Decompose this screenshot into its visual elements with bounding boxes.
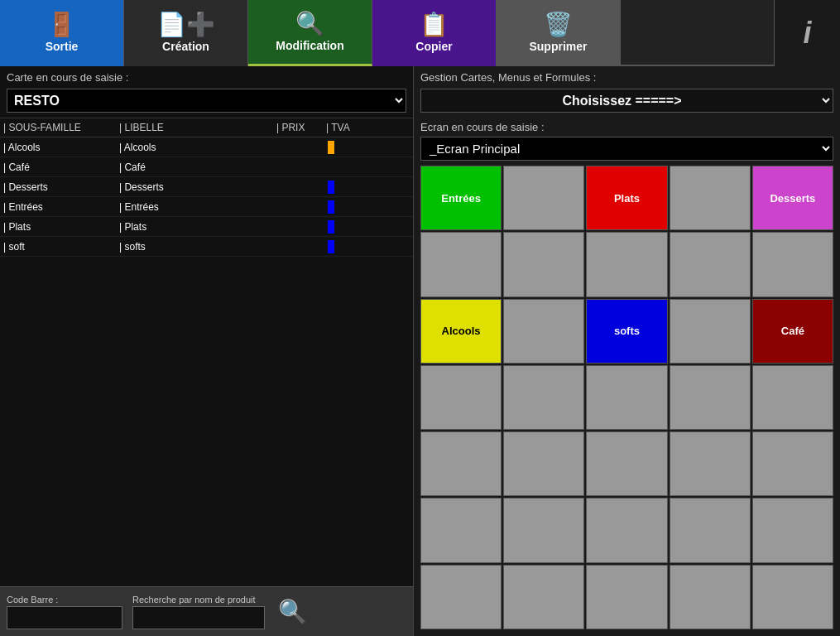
th-libelle: | LIBELLE bbox=[116, 120, 273, 135]
grid-cell[interactable]: softs bbox=[586, 299, 667, 364]
table-row[interactable]: | soft | softs bbox=[0, 237, 413, 257]
copier-button[interactable]: 📋 Copier bbox=[372, 0, 497, 66]
grid-cell bbox=[670, 431, 751, 496]
grid-cell-label: Desserts bbox=[770, 192, 815, 205]
grid-cell-label: Plats bbox=[614, 192, 640, 205]
grid-cell bbox=[420, 232, 502, 296]
td-libelle: | Café bbox=[116, 161, 273, 173]
grid-cell bbox=[503, 299, 584, 364]
grid-cell[interactable]: Desserts bbox=[752, 166, 833, 230]
grid-cell[interactable]: Entrées bbox=[420, 166, 502, 230]
code-barre-field: Code Barre : bbox=[7, 595, 122, 629]
ecran-select[interactable]: _Ecran Principal bbox=[420, 137, 833, 161]
th-sous-famille: | SOUS-FAMILLE bbox=[0, 120, 116, 135]
supprimer-button[interactable]: 🗑️ Supprimer bbox=[497, 0, 621, 66]
button-grid: EntréesPlatsDessertsAlcoolssoftsCafé bbox=[414, 164, 840, 636]
grid-cell bbox=[670, 498, 751, 562]
grid-cell[interactable]: Alcools bbox=[420, 299, 502, 364]
td-sous-famille: | Entrées bbox=[0, 201, 116, 213]
choisissez-wrap: Choisissez =====> bbox=[414, 89, 840, 118]
info-button[interactable]: i bbox=[774, 0, 840, 66]
creation-button[interactable]: 📄➕ Création bbox=[124, 0, 248, 66]
sortie-label: Sortie bbox=[46, 40, 79, 53]
recherche-field: Recherche par nom de produit bbox=[132, 595, 265, 629]
copier-label: Copier bbox=[415, 40, 452, 53]
grid-cell[interactable]: Plats bbox=[586, 166, 667, 230]
td-libelle: | Desserts bbox=[116, 181, 273, 193]
grid-cell bbox=[752, 565, 833, 629]
tva-color-dot bbox=[328, 181, 334, 194]
td-sous-famille: | Alcools bbox=[0, 142, 116, 153]
carte-select[interactable]: RESTO bbox=[7, 89, 406, 113]
table-row[interactable]: | Plats | Plats bbox=[0, 217, 413, 237]
tva-color-dot bbox=[328, 220, 334, 234]
search-button[interactable]: 🔍 bbox=[278, 598, 307, 625]
td-libelle: | Alcools bbox=[116, 142, 273, 153]
modification-button[interactable]: 🔍 Modification bbox=[248, 0, 372, 66]
sortie-button[interactable]: 🚪 Sortie bbox=[0, 0, 124, 66]
grid-cell bbox=[670, 365, 751, 430]
grid-cell bbox=[503, 498, 584, 562]
code-barre-label: Code Barre : bbox=[7, 595, 122, 605]
td-sous-famille: | Café bbox=[0, 161, 116, 173]
supprimer-icon: 🗑️ bbox=[544, 13, 573, 36]
grid-cell bbox=[420, 565, 502, 629]
grid-cell-label: softs bbox=[614, 325, 640, 337]
grid-cell[interactable]: Café bbox=[752, 299, 833, 364]
creation-label: Création bbox=[162, 40, 209, 53]
grid-cell bbox=[586, 498, 667, 562]
left-spacer bbox=[0, 362, 413, 586]
grid-cell-label: Café bbox=[781, 325, 804, 337]
td-libelle: | softs bbox=[116, 241, 273, 253]
ecran-wrap: _Ecran Principal bbox=[414, 137, 840, 164]
grid-cell bbox=[670, 232, 751, 296]
grid-cell bbox=[752, 498, 833, 562]
td-sous-famille: | soft bbox=[0, 241, 116, 253]
table-row[interactable]: | Alcools | Alcools bbox=[0, 137, 413, 157]
modification-icon: 🔍 bbox=[295, 12, 324, 36]
grid-cell bbox=[752, 431, 833, 496]
tva-color-dot bbox=[328, 200, 334, 214]
modification-label: Modification bbox=[276, 39, 343, 52]
td-tva bbox=[323, 240, 372, 253]
table-row[interactable]: | Entrées | Entrées bbox=[0, 197, 413, 217]
creation-icon: 📄➕ bbox=[157, 13, 215, 36]
grid-cell bbox=[586, 232, 667, 296]
grid-cell bbox=[752, 365, 833, 430]
td-tva bbox=[323, 220, 372, 234]
carte-en-cours-label: Carte en cours de saisie : bbox=[0, 66, 413, 89]
grid-cell bbox=[670, 166, 751, 230]
table-header: | SOUS-FAMILLE | LIBELLE | PRIX | TVA bbox=[0, 118, 413, 137]
grid-cell bbox=[420, 365, 502, 430]
supprimer-label: Supprimer bbox=[529, 40, 587, 53]
table-row[interactable]: | Desserts | Desserts bbox=[0, 177, 413, 197]
recherche-input[interactable] bbox=[132, 606, 265, 629]
td-tva bbox=[323, 141, 372, 154]
grid-cell bbox=[503, 565, 584, 629]
grid-cell bbox=[420, 431, 502, 496]
grid-cell bbox=[586, 431, 667, 496]
copier-icon: 📋 bbox=[420, 13, 449, 36]
left-panel: Carte en cours de saisie : RESTO | SOUS-… bbox=[0, 66, 414, 636]
choisissez-select[interactable]: Choisissez =====> bbox=[420, 89, 833, 113]
td-sous-famille: | Desserts bbox=[0, 181, 116, 193]
table-row[interactable]: | Café | Café bbox=[0, 157, 413, 177]
td-libelle: | Entrées bbox=[116, 201, 273, 213]
grid-cell bbox=[670, 299, 751, 364]
grid-cell bbox=[503, 365, 584, 430]
grid-cell bbox=[670, 565, 751, 629]
search-icon: 🔍 bbox=[278, 599, 307, 624]
info-label: i bbox=[803, 16, 811, 51]
code-barre-input[interactable] bbox=[7, 606, 122, 629]
bottom-bar: Code Barre : Recherche par nom de produi… bbox=[0, 586, 413, 636]
main-layout: Carte en cours de saisie : RESTO | SOUS-… bbox=[0, 66, 840, 636]
td-tva bbox=[323, 200, 372, 214]
grid-cell bbox=[752, 232, 833, 296]
toolbar: 🚪 Sortie 📄➕ Création 🔍 Modification 📋 Co… bbox=[0, 0, 840, 66]
grid-cell bbox=[586, 365, 667, 430]
td-sous-famille: | Plats bbox=[0, 221, 116, 233]
ecran-label: Ecran en cours de saisie : bbox=[414, 118, 840, 137]
th-tva: | TVA bbox=[323, 120, 372, 135]
carte-select-wrap: RESTO bbox=[0, 89, 413, 118]
sortie-icon: 🚪 bbox=[47, 13, 76, 36]
